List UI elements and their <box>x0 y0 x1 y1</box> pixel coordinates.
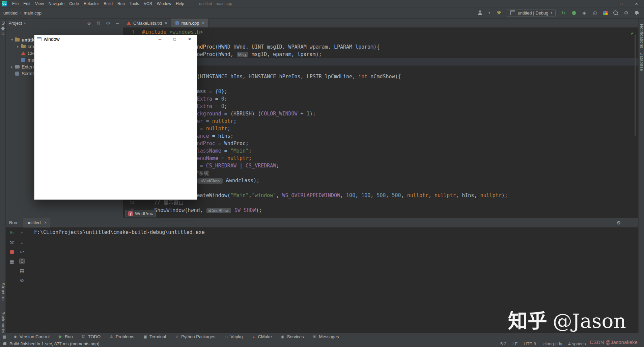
search-icon[interactable] <box>613 10 618 16</box>
win32-app-window[interactable]: window ─□✕ <box>34 35 197 200</box>
code-line[interactable]: 13 wndclass.hCursor = nullptr; <box>123 117 638 125</box>
menu-tools[interactable]: Tools <box>127 0 141 7</box>
breadcrumb-project[interactable]: untitled <box>3 10 18 16</box>
run-config-selector[interactable]: untitled | Debug▾ <box>507 9 556 17</box>
settings-gear-icon[interactable]: ⚙ <box>616 220 621 225</box>
close-icon[interactable]: ✕ <box>629 0 644 7</box>
tab-main-cpp[interactable]: main.cpp✕ <box>171 19 208 27</box>
menu-file[interactable]: File <box>10 0 21 7</box>
settings-gear-icon[interactable]: ⚙ <box>623 10 629 16</box>
print-icon[interactable]: ▤ <box>19 268 25 273</box>
menu-code[interactable]: Code <box>67 0 81 7</box>
menu-run[interactable]: Run <box>115 0 127 7</box>
settings-gear-icon[interactable]: ⚙ <box>105 21 111 26</box>
editor-scrollbar[interactable] <box>635 34 636 136</box>
stripe-structure-button[interactable]: Structure <box>1 283 5 301</box>
sort-icon[interactable]: ⇅ <box>96 21 101 26</box>
stop-icon[interactable] <box>9 249 15 255</box>
menu-edit[interactable]: Edit <box>21 0 33 7</box>
console-output[interactable]: F:\CLionProjects\untitled\cmake-build-de… <box>34 229 205 235</box>
close-icon[interactable]: ✕ <box>182 35 197 43</box>
caret-position[interactable]: 5:2 <box>500 341 506 346</box>
toolwindow-button-problems[interactable]: ⚠Problems <box>105 333 139 340</box>
inspection-profile[interactable]: .clang-tidy <box>542 341 562 346</box>
debug-bug-icon[interactable] <box>571 10 577 16</box>
code-line[interactable]: 8 <box>123 80 638 88</box>
soft-wrap-icon[interactable]: ↩ <box>19 249 25 255</box>
code-line[interactable]: 5} <box>123 58 638 65</box>
tool-window-switcher-icon[interactable]: ▦ <box>0 335 9 339</box>
code-line[interactable]: 9 WNDCLASS wndclass = {0}; <box>123 88 638 95</box>
rerun-icon[interactable]: ↻ <box>9 230 15 236</box>
services-grid-icon[interactable] <box>603 10 608 16</box>
code-line[interactable]: 17 wndclass.lpszClassName = "Main"; <box>123 147 638 155</box>
code-line[interactable]: 6 <box>123 65 638 73</box>
close-tab-icon[interactable]: ✕ <box>44 221 47 224</box>
up-stack-trace-icon[interactable]: ↑ <box>19 230 25 236</box>
expand-arrow-icon[interactable]: ▸ <box>9 65 15 69</box>
menu-vcs[interactable]: VCS <box>141 0 155 7</box>
restore-layout-icon[interactable]: ▦ <box>9 259 15 264</box>
code-line[interactable]: 11 wndclass.cbWndExtra = 0; <box>123 103 638 110</box>
notifications-bell-icon[interactable] <box>634 10 639 16</box>
hide-panel-icon[interactable]: ─ <box>627 220 632 225</box>
scope-breadcrumb[interactable]: f WndProc <box>125 210 156 217</box>
expand-arrow-icon[interactable]: ▾ <box>9 38 15 42</box>
toolwindow-button-vcpkg[interactable]: □Vcpkg <box>220 333 247 340</box>
stripe-database-button[interactable]: Database <box>639 52 644 71</box>
expand-arrow-icon[interactable]: ▸ <box>15 45 21 48</box>
toolwindow-button-messages[interactable]: ✉Messages <box>308 333 343 340</box>
scroll-to-end-icon[interactable]: ↧ <box>19 259 25 264</box>
code-line[interactable]: 19 wndclass.style = CS_HREDRAW | CS_VRED… <box>123 162 638 169</box>
breadcrumb-file[interactable]: main.cpp <box>24 10 41 16</box>
toolwindow-button-python-packages[interactable]: ◇Python Packages <box>170 333 220 340</box>
code-line[interactable]: 23 HWND hwnd = CreateWindow("Main","wind… <box>123 192 638 199</box>
close-tab-icon[interactable]: ✕ <box>202 21 204 25</box>
maximize-icon[interactable]: □ <box>167 35 182 43</box>
file-encoding[interactable]: UTF-8 <box>524 341 536 346</box>
status-indicator-icon[interactable] <box>3 342 6 345</box>
project-panel-title[interactable]: Project <box>8 21 22 26</box>
menu-navigate[interactable]: Navigate <box>46 0 67 7</box>
minimize-icon[interactable]: ─ <box>598 0 614 7</box>
user-icon[interactable] <box>477 10 483 16</box>
down-stack-trace-icon[interactable]: ↓ <box>19 240 25 245</box>
menu-help[interactable]: Help <box>173 0 187 7</box>
profiler-icon[interactable]: ◴ <box>592 10 597 16</box>
code-line[interactable]: 10 wndclass.cbClsExtra = 0; <box>123 95 638 103</box>
code-line[interactable]: 20 // 把全部写入操作系统 <box>123 169 638 177</box>
menu-window[interactable]: Window <box>155 0 174 7</box>
stripe-notifications-button[interactable]: Notifications <box>639 24 644 48</box>
clear-all-icon[interactable]: ⊘ <box>19 277 25 283</box>
toolwindow-button-cmake[interactable]: ▲CMake <box>247 333 276 340</box>
menu-build[interactable]: Build <box>101 0 115 7</box>
inspection-ok-icon[interactable]: ✔ <box>631 30 634 37</box>
indent-size[interactable]: 4 spaces <box>568 341 586 346</box>
code-line[interactable]: 16 wndclass.lpfnWndProc = WndProc; <box>123 140 638 147</box>
toolwindow-button-run[interactable]: Run <box>54 333 77 340</box>
code-line[interactable]: 4 return DefWindowProc(hWnd, Msg: msgID,… <box>123 51 638 58</box>
code-line[interactable]: 21 RegisterClass(lpWndClass: &wndclass); <box>123 177 638 184</box>
tab-cmakelists-txt[interactable]: CMakeLists.txt✕ <box>123 19 171 27</box>
toolwindow-button-services[interactable]: ◉Services <box>276 333 308 340</box>
hide-panel-icon[interactable]: ─ <box>115 21 120 26</box>
maximize-icon[interactable]: □ <box>614 0 629 7</box>
toolwindow-button-todo[interactable]: ☑TODO <box>77 333 105 340</box>
code-line[interactable]: 14 wndclass.hIcon = nullptr; <box>123 125 638 132</box>
code-line[interactable]: 25 ShowWindow(hwnd, nCmdShow: SW_SHOW); <box>123 207 638 214</box>
close-tab-icon[interactable]: ✕ <box>165 21 167 25</box>
coverage-icon[interactable]: ◈ <box>582 10 587 16</box>
code-line[interactable]: 12 wndclass.hbrBackground = (HBRUSH) (CO… <box>123 110 638 117</box>
code-line[interactable]: 15 wndclass.hInstance = hIns; <box>123 132 638 140</box>
chevron-down-icon[interactable]: ▾ <box>488 10 491 16</box>
toolwindow-button-version-control[interactable]: ◆Version Control <box>9 333 54 340</box>
code-line[interactable]: 22 // 创建一个窗口 <box>123 184 638 192</box>
toolwindow-button-terminal[interactable]: ▣Terminal <box>139 333 170 340</box>
code-line[interactable]: 18 wndclass.lpszMenuName = nullptr; <box>123 155 638 162</box>
code-line[interactable]: 24 // 显示窗口 <box>123 199 638 207</box>
code-line[interactable]: 1#include <windows.h> <box>123 28 638 36</box>
stripe-bookmarks-button[interactable]: Bookmarks <box>1 312 5 333</box>
minimize-icon[interactable]: ─ <box>152 35 167 43</box>
popup-title-bar[interactable]: window ─□✕ <box>34 35 197 43</box>
status-message[interactable]: Build finished in 1 sec, 877 ms (moments… <box>9 341 100 346</box>
